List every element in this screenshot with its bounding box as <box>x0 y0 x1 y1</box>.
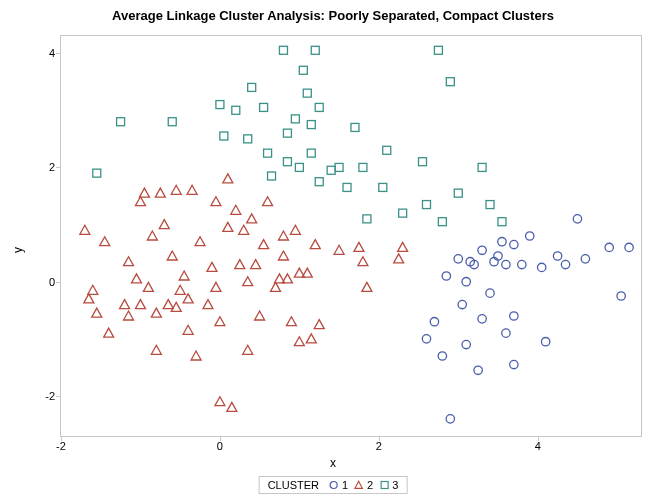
data-point <box>203 300 213 309</box>
data-point <box>394 254 404 263</box>
data-point <box>175 285 185 294</box>
data-point <box>179 271 189 280</box>
data-point <box>458 300 466 308</box>
data-point <box>335 163 343 171</box>
svg-point-0 <box>330 482 337 489</box>
data-point <box>561 260 569 268</box>
data-point <box>88 285 98 294</box>
data-point <box>283 129 291 137</box>
data-point <box>131 274 141 283</box>
legend: CLUSTER 1 2 3 <box>259 476 408 494</box>
data-point <box>486 289 494 297</box>
data-point <box>135 300 145 309</box>
data-point <box>191 351 201 360</box>
data-point <box>243 345 253 354</box>
data-point <box>93 169 101 177</box>
data-point <box>231 205 241 214</box>
data-point <box>510 312 518 320</box>
legend-item-2: 2 <box>354 479 373 491</box>
data-point <box>104 328 114 337</box>
data-point <box>399 209 407 217</box>
data-point <box>117 118 125 126</box>
data-point <box>474 366 482 374</box>
legend-item-3: 3 <box>379 479 398 491</box>
data-point <box>502 260 510 268</box>
data-point <box>498 238 506 246</box>
square-icon <box>379 480 389 490</box>
data-point <box>248 83 256 91</box>
data-point <box>446 78 454 86</box>
triangle-icon <box>354 480 364 490</box>
data-point <box>398 242 408 251</box>
data-point <box>486 201 494 209</box>
data-point <box>294 337 304 346</box>
scatter-points <box>61 36 641 436</box>
data-point <box>286 317 296 326</box>
data-point <box>295 163 303 171</box>
data-point <box>100 237 110 246</box>
data-point <box>278 251 288 260</box>
data-point <box>379 183 387 191</box>
data-point <box>135 197 145 206</box>
data-point <box>498 218 506 226</box>
data-point <box>255 311 265 320</box>
legend-label-2: 2 <box>367 479 373 491</box>
data-point <box>163 300 173 309</box>
data-point <box>227 402 237 411</box>
data-point <box>315 103 323 111</box>
data-point <box>462 278 470 286</box>
data-point <box>290 225 300 234</box>
data-point <box>244 135 252 143</box>
data-point <box>220 132 228 140</box>
data-point <box>167 251 177 260</box>
data-point <box>84 294 94 303</box>
data-point <box>263 197 273 206</box>
data-point <box>259 240 269 249</box>
data-point <box>171 185 181 194</box>
data-point <box>264 149 272 157</box>
data-point <box>211 282 221 291</box>
data-point <box>502 329 510 337</box>
data-point <box>553 252 561 260</box>
data-point <box>422 201 430 209</box>
data-point <box>307 149 315 157</box>
data-point <box>573 215 581 223</box>
data-point <box>518 260 526 268</box>
data-point <box>243 277 253 286</box>
data-point <box>306 334 316 343</box>
data-point <box>446 415 454 423</box>
data-point <box>311 46 319 54</box>
data-point <box>211 197 221 206</box>
data-point <box>235 260 245 269</box>
legend-label-1: 1 <box>342 479 348 491</box>
data-point <box>510 360 518 368</box>
data-point <box>478 163 486 171</box>
data-point <box>271 282 281 291</box>
legend-title: CLUSTER <box>268 479 319 491</box>
data-point <box>362 282 372 291</box>
data-point <box>279 46 287 54</box>
data-point <box>478 246 486 254</box>
data-point <box>232 106 240 114</box>
data-point <box>151 308 161 317</box>
data-point <box>315 178 323 186</box>
data-point <box>268 172 276 180</box>
data-point <box>343 183 351 191</box>
data-point <box>359 163 367 171</box>
data-point <box>419 158 427 166</box>
legend-label-3: 3 <box>392 479 398 491</box>
data-point <box>187 185 197 194</box>
data-point <box>207 262 217 271</box>
data-point <box>291 115 299 123</box>
data-point <box>363 215 371 223</box>
data-point <box>215 317 225 326</box>
data-point <box>434 46 442 54</box>
x-axis-label: x <box>330 456 336 470</box>
data-point <box>442 272 450 280</box>
data-point <box>80 225 90 234</box>
data-point <box>278 231 288 240</box>
data-point <box>334 245 344 254</box>
data-point <box>354 242 364 251</box>
data-point <box>605 243 613 251</box>
data-point <box>195 237 205 246</box>
